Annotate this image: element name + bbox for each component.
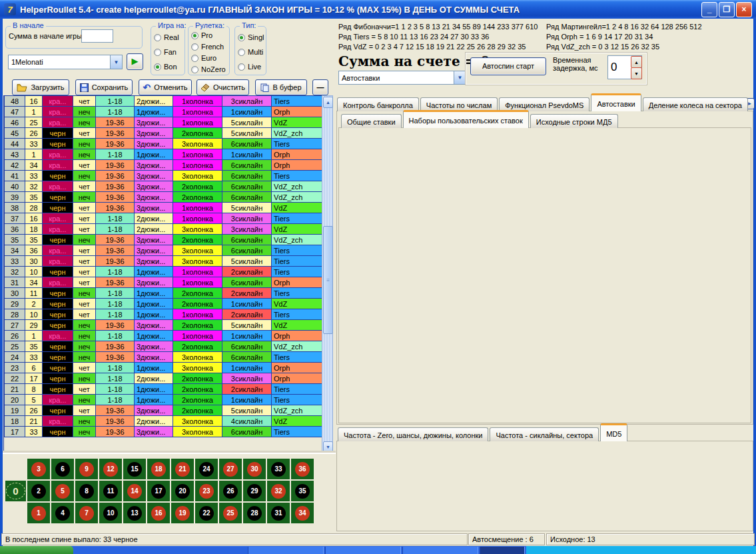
autospin-start-button[interactable]: Автоспин старт [470,57,546,75]
board-cell-14[interactable]: 14 [123,481,146,501]
history-row[interactable]: 2535черннеч19-363дюжи...2колонка6сиклайн… [4,341,322,352]
radio-multi[interactable]: Multi [238,48,263,56]
board-cell-11[interactable]: 11 [99,481,122,501]
board-cell-21[interactable]: 21 [171,459,194,479]
tab-sub-0[interactable]: Общие ставки [341,114,402,128]
board-cell-13[interactable]: 13 [123,503,146,523]
history-row[interactable]: 3210чернчет1-181дюжи...1колонка2сиклайнT… [4,266,322,277]
board-cell-30[interactable]: 30 [243,459,266,479]
board-cell-0[interactable]: 0 [5,481,26,501]
board-cell-16[interactable]: 16 [147,503,170,523]
board-cell-8[interactable]: 8 [75,481,98,501]
board-cell-12[interactable]: 12 [99,459,122,479]
board-cell-27[interactable]: 27 [219,459,242,479]
history-row[interactable]: 4526чернчет19-363дюжи...2колонка5сиклайн… [4,127,322,139]
board-cell-36[interactable]: 36 [291,459,314,479]
chevron-down-icon[interactable]: ▼ [454,71,466,84]
history-row[interactable]: 2433черннеч19-363дюжи...3колонка6сиклайн… [4,351,322,363]
history-row[interactable]: 4032кра...чет19-363дюжи...2колонка6сикла… [4,181,322,192]
start-sum-input[interactable] [81,29,113,43]
title-bar[interactable]: 7 HelperRoullet 5.4- create helperroulle… [0,0,756,19]
scroll-down-icon[interactable]: ▼ [323,441,333,453]
board-cell-10[interactable]: 10 [99,503,122,523]
radio-singl[interactable]: Singl [238,33,264,41]
board-cell-5[interactable]: 5 [51,481,74,501]
history-row[interactable]: 3011черннеч1-181дюжи...2колонка2сиклайнT… [4,287,322,299]
board-cell-7[interactable]: 7 [75,503,98,523]
tab-sub-1[interactable]: Наборы пользовательских ставок [403,110,529,128]
tab-main-0[interactable]: Контроль банкролла [337,97,419,111]
taskbar-button[interactable] [248,547,324,554]
radio-real[interactable]: Real [154,33,179,41]
history-row[interactable]: 1926чернчет19-363дюжи...2колонка5сиклайн… [4,405,322,416]
history-row[interactable]: 3436кра...чет19-363дюжи...3колонка6сикла… [4,245,322,256]
history-row[interactable]: 4433черннеч19-363дюжи...3колонка6сиклайн… [4,138,322,149]
clear-button[interactable]: Очистить [196,79,249,95]
spin-down-icon[interactable]: ▼ [631,67,642,79]
board-cell-23[interactable]: 23 [195,481,218,501]
board-cell-3[interactable]: 3 [27,459,50,479]
preset-combobox[interactable]: 1Melonati ▼ [8,55,123,69]
spin-up-icon[interactable]: ▲ [631,56,642,68]
radio-live[interactable]: Live [238,63,261,71]
collapse-button[interactable]: — [312,79,328,95]
save-button[interactable]: Сохранить [75,79,133,95]
board-cell-18[interactable]: 18 [147,459,170,479]
history-row[interactable]: 236чернчет1-181дюжи...3колонка1сиклайнOr… [4,362,322,373]
run-preset-button[interactable]: ▶ [127,53,143,70]
undo-button[interactable]: ↶ Отменить [139,79,192,95]
taskbar[interactable] [0,546,756,554]
tab-main-2[interactable]: Функционал PsevdoMS [499,97,589,111]
board-cell-28[interactable]: 28 [243,503,266,523]
history-row[interactable]: 3716кра...чет1-182дюжи...1колонка3сиклай… [4,213,322,224]
taskbar-button[interactable] [402,547,478,554]
tab-main-3[interactable]: Автоставки [591,93,641,111]
board-cell-17[interactable]: 17 [147,481,170,501]
radio-bon[interactable]: Bon [154,63,177,71]
history-row[interactable]: 3828чернчет19-363дюжи...1колонка5сиклайн… [4,202,322,213]
board-cell-4[interactable]: 4 [51,503,74,523]
radio-euro[interactable]: Euro [191,54,216,62]
history-row[interactable]: 261кра...неч1-181дюжи...1колонка1сиклайн… [4,330,322,341]
history-row[interactable]: 3330кра...чет19-363дюжи...3колонка5сикла… [4,255,322,267]
board-cell-1[interactable]: 1 [27,503,50,523]
radio-french[interactable]: French [191,43,224,51]
board-cell-32[interactable]: 32 [267,481,290,501]
tab-main-1[interactable]: Частоты по числам [420,97,498,111]
history-row[interactable]: 431кра...неч1-181дюжи...1колонка1сиклайн… [4,149,322,160]
taskbar-button-active[interactable] [480,547,525,554]
history-row[interactable]: 2217черннеч1-182дюжи...2колонка3сиклайнO… [4,373,322,384]
radio-fan[interactable]: Fan [154,48,177,56]
history-scrollbar[interactable]: ▲ ≡ ▼ [322,95,333,453]
tab-bottom-1[interactable]: Частота - сиклайны, сектора [490,427,599,441]
board-cell-24[interactable]: 24 [195,459,218,479]
taskbar-button[interactable] [325,547,401,554]
board-cell-31[interactable]: 31 [267,503,290,523]
tab-main-4[interactable]: Деление колеса на сектора [643,97,748,111]
board-cell-20[interactable]: 20 [171,481,194,501]
minimize-button[interactable]: _ [701,2,717,17]
start-button[interactable] [0,546,73,554]
tab-sub-2[interactable]: Исходные строки МД5 [530,114,618,128]
board-cell-22[interactable]: 22 [195,503,218,523]
history-row[interactable]: 1733черннеч19-363дюжи...3колонка6сиклайн… [4,426,322,437]
board-cell-33[interactable]: 33 [267,459,290,479]
history-row[interactable]: 4625кра...неч19-363дюжи...1колонка5сикла… [4,117,322,128]
history-row[interactable]: 2810чернчет1-181дюжи...1колонка2сиклайнT… [4,309,322,320]
chevron-down-icon[interactable]: ▼ [110,55,122,69]
board-cell-9[interactable]: 9 [75,459,98,479]
board-cell-34[interactable]: 34 [291,503,314,523]
board-cell-2[interactable]: 2 [27,481,50,501]
history-row[interactable]: 292чернчет1-181дюжи...2колонка1сиклайнVd… [4,298,322,309]
history-row[interactable]: 3134кра...чет19-363дюжи...1колонка6сикла… [4,277,322,288]
close-button[interactable]: × [736,2,752,17]
history-row[interactable]: 3535черннеч19-363дюжи...2колонка6сиклайн… [4,234,322,245]
scroll-up-icon[interactable]: ▲ [323,97,333,108]
history-row[interactable]: 1821кра...неч19-362дюжи...3колонка4сикла… [4,415,322,427]
board-cell-26[interactable]: 26 [219,481,242,501]
board-cell-15[interactable]: 15 [123,459,146,479]
history-row[interactable]: 4133черннеч19-363дюжи...3колонка6сиклайн… [4,170,322,181]
radio-nozero[interactable]: NoZero [191,65,226,73]
board-cell-25[interactable]: 25 [219,503,242,523]
history-row[interactable]: 2729черннеч19-363дюжи...2колонка5сиклайн… [4,319,322,331]
